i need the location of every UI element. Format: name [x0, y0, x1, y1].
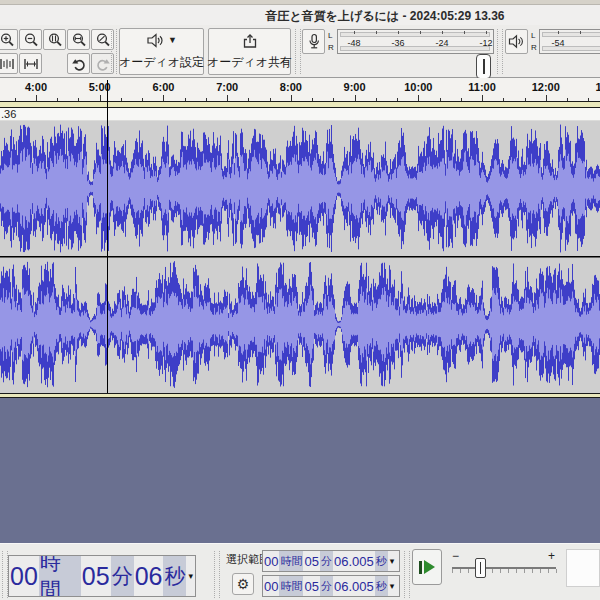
ruler-time-label: 9:00: [344, 81, 366, 93]
time-segment[interactable]: 00: [263, 576, 279, 596]
toolbar-grip[interactable]: [214, 551, 220, 598]
microphone-icon: [306, 33, 322, 50]
play-meter-bar-l: [542, 32, 600, 37]
meter-scale-tick: [420, 31, 421, 34]
share-upload-icon: [242, 33, 258, 49]
audio-setup-label: オーディオ設定: [119, 54, 204, 71]
play-meter[interactable]: -54: [539, 29, 600, 54]
time-segment[interactable]: 05: [81, 556, 111, 596]
record-meter-button[interactable]: [302, 29, 325, 54]
undo-button[interactable]: [67, 53, 90, 74]
meter-scale-label: -12: [479, 38, 492, 48]
audio-setup-button[interactable]: ▼ オーディオ設定: [119, 28, 204, 75]
track-area-background[interactable]: [0, 398, 600, 543]
meter-scale-label: -54: [551, 38, 564, 48]
time-segment[interactable]: 06.005: [333, 576, 375, 596]
toolbar-grip[interactable]: [111, 29, 117, 74]
playback-cursor: [107, 80, 108, 393]
silence-audio-button[interactable]: [19, 53, 42, 74]
audio-position-display[interactable]: 00時間05分06秒▾: [8, 555, 196, 597]
audio-share-button[interactable]: オーディオ共有: [208, 28, 291, 75]
time-segment[interactable]: 分: [320, 551, 333, 571]
zoom-out-icon: [23, 32, 39, 48]
ruler-time-label: 13:00: [595, 81, 600, 93]
time-segment[interactable]: 時間: [39, 556, 81, 596]
meter-scale-tick: [376, 31, 377, 34]
toolbar-grip[interactable]: [404, 551, 410, 598]
play-at-speed-button[interactable]: [412, 549, 442, 585]
meter-scale-tick: [486, 31, 487, 34]
time-segment[interactable]: 06.005: [333, 551, 375, 571]
trim-audio-icon: [0, 56, 15, 72]
ruler-time-label: 7:00: [216, 81, 238, 93]
play-meter-button[interactable]: [505, 29, 528, 54]
zoom-to-selection-button[interactable]: [43, 29, 66, 50]
speed-slider-tick: [532, 569, 533, 573]
time-segment[interactable]: 秒: [375, 576, 388, 596]
stereo-waveform[interactable]: [0, 121, 600, 393]
selection-settings-button[interactable]: ⚙: [232, 573, 254, 595]
time-segment[interactable]: 時間: [279, 576, 303, 596]
time-segment[interactable]: 00: [263, 551, 279, 571]
audio-share-label: オーディオ共有: [207, 54, 292, 71]
speed-slider-tick: [452, 569, 453, 573]
time-segment[interactable]: 分: [320, 576, 333, 596]
clip-name-label: .36: [1, 108, 16, 120]
zoom-out-button[interactable]: [19, 29, 42, 50]
time-segment[interactable]: 05: [303, 551, 319, 571]
audacity-window: 音圧と音質を上げるには - 2024:05:29 13.36: [0, 0, 600, 600]
zoom-toggle-icon: [95, 32, 111, 48]
timeline-ruler[interactable]: 4:005:006:007:008:009:0010:0011:0012:001…: [0, 78, 600, 101]
time-segment[interactable]: 00: [9, 556, 39, 596]
speed-slider-tick: [540, 569, 541, 573]
speed-slider-tick: [492, 569, 493, 573]
speed-slider-tick: [556, 569, 557, 573]
time-segment[interactable]: 05: [303, 576, 319, 596]
ruler-time-label: 11:00: [468, 81, 496, 93]
meter-scale-label: -36: [391, 38, 404, 48]
zoom-in-button[interactable]: [0, 29, 18, 50]
meter-scale-tick: [354, 31, 355, 34]
time-segment[interactable]: 時間: [279, 551, 303, 571]
time-segment[interactable]: 分: [111, 556, 134, 596]
time-format-caret-icon[interactable]: ▾: [186, 556, 195, 596]
time-format-caret-icon[interactable]: ▾: [388, 576, 397, 596]
record-meter-l-label: L: [328, 32, 332, 40]
top-toolbar: ▼ オーディオ設定 オーディオ共有 L R -48-36-24-12: [0, 25, 600, 78]
toolbar-grip[interactable]: [497, 29, 503, 74]
toolbar-grip[interactable]: [295, 29, 301, 74]
record-meter[interactable]: -48-36-24-12: [337, 29, 494, 54]
title-bar[interactable]: 音圧と音質を上げるには - 2024:05:29 13.36: [0, 5, 600, 25]
time-segment[interactable]: 06: [134, 556, 164, 596]
undo-icon: [71, 56, 87, 72]
speed-slider-tick: [460, 569, 461, 573]
time-format-caret-icon[interactable]: ▾: [388, 551, 397, 571]
selection-start-field[interactable]: 00時間05分06.005秒▾: [262, 550, 400, 572]
speaker-icon: ▼: [146, 33, 177, 48]
time-segment[interactable]: 秒: [163, 556, 186, 596]
clip-header[interactable]: .36: [0, 108, 600, 121]
time-segment[interactable]: 秒: [375, 551, 388, 571]
speed-slider-tick: [548, 569, 549, 573]
ruler-time-label: 12:00: [532, 81, 560, 93]
time-signature-toolbar[interactable]: [566, 549, 600, 587]
record-meter-bar-r: [340, 46, 490, 51]
speed-slider-tick: [468, 569, 469, 573]
ruler-time-label: 4:00: [25, 81, 47, 93]
meter-scale-tick: [442, 31, 443, 34]
trim-audio-button[interactable]: [0, 53, 18, 74]
zoom-in-icon: [0, 32, 15, 48]
ruler-time-label: 10:00: [404, 81, 432, 93]
dropdown-caret-icon: ▼: [168, 36, 177, 45]
play-triangle-icon: [424, 560, 435, 574]
speed-slider-tick: [524, 569, 525, 573]
zoom-to-selection-icon: [47, 32, 63, 48]
record-volume-slider-thumb[interactable]: [476, 54, 491, 79]
play-meter-l-label: L: [531, 32, 535, 40]
play-at-speed-icon: [419, 561, 422, 574]
meter-scale-label: -24: [435, 38, 448, 48]
meter-scale-tick: [580, 31, 581, 34]
speed-slider-thumb[interactable]: [475, 558, 486, 578]
selection-end-field[interactable]: 00時間05分06.005秒▾: [262, 575, 400, 597]
fit-project-button[interactable]: [67, 29, 90, 50]
